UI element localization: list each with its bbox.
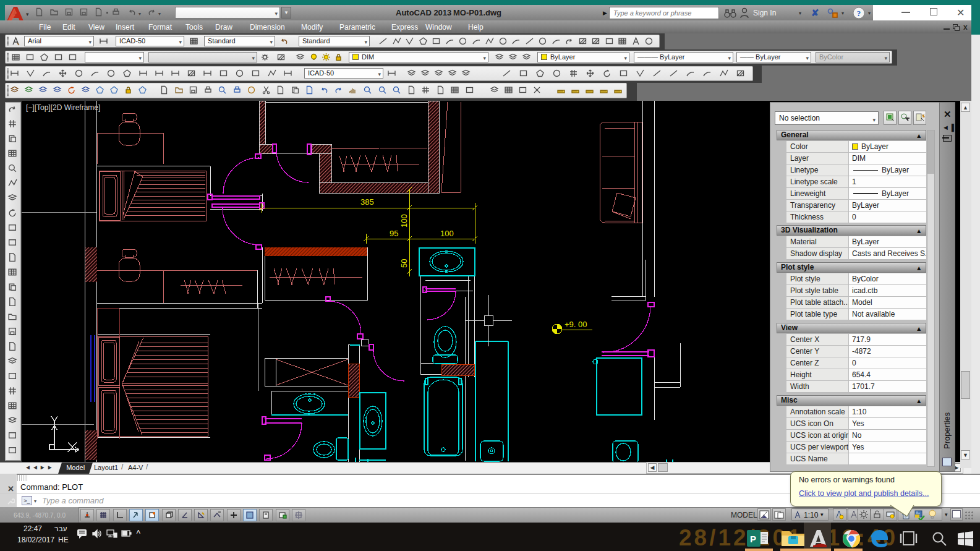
- svg-text:+9. 00: +9. 00: [565, 320, 587, 329]
- svg-text:95: 95: [390, 229, 398, 238]
- svg-text:50: 50: [399, 259, 409, 268]
- svg-text:100: 100: [440, 229, 454, 238]
- svg-text:?: ?: [857, 9, 861, 18]
- svg-text:100: 100: [399, 214, 409, 228]
- svg-text:385: 385: [360, 197, 374, 207]
- svg-text:P: P: [750, 534, 756, 544]
